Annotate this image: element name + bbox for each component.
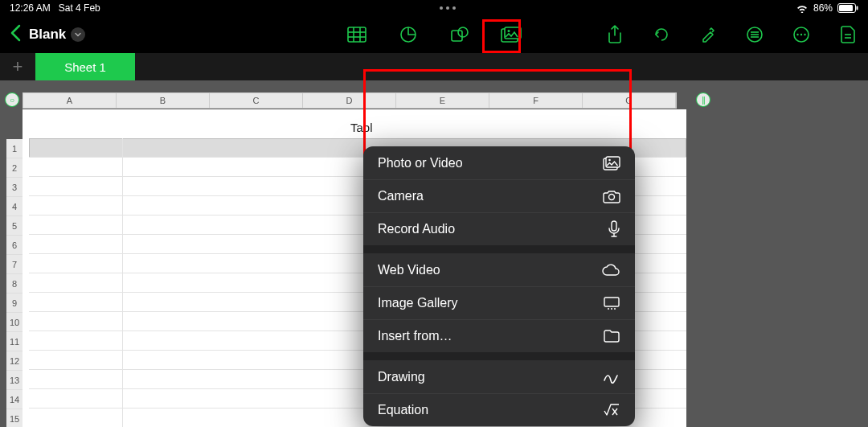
table-title[interactable]: Tabl: [29, 116, 373, 138]
add-sheet-button[interactable]: +: [0, 53, 35, 80]
insert-chart-button[interactable]: [398, 24, 419, 45]
scribble-icon: [603, 371, 620, 384]
organize-button[interactable]: [744, 24, 765, 45]
menu-equation[interactable]: Equation: [363, 393, 635, 426]
photo-icon: [603, 156, 620, 170]
row-header[interactable]: 9: [6, 294, 23, 313]
svg-point-31: [611, 308, 612, 310]
menu-record-audio[interactable]: Record Audio: [363, 212, 635, 245]
row-header[interactable]: 13: [6, 371, 23, 390]
camera-icon: [603, 189, 620, 203]
row-header[interactable]: 3: [6, 178, 23, 197]
row-header[interactable]: 2: [6, 158, 23, 178]
svg-point-20: [800, 34, 802, 35]
row-headers[interactable]: 1 2 3 4 5 6 7 8 9 10 11 12 13 14 15: [6, 139, 23, 427]
menu-label: Photo or Video: [378, 156, 463, 170]
menu-web-video[interactable]: Web Video: [363, 253, 635, 286]
back-button[interactable]: [10, 23, 21, 47]
menu-label: Web Video: [378, 263, 440, 277]
row-header[interactable]: 14: [6, 390, 23, 409]
multitask-pill[interactable]: [432, 6, 464, 10]
wifi-icon: [796, 3, 809, 13]
title-chevron-icon[interactable]: [71, 27, 85, 42]
svg-point-19: [796, 34, 798, 35]
menu-label: Insert from…: [378, 329, 452, 343]
svg-point-10: [458, 27, 468, 37]
insert-media-button[interactable]: [501, 24, 522, 45]
row-header[interactable]: 1: [6, 139, 23, 158]
row-header[interactable]: 5: [6, 216, 23, 236]
cloud-icon: [601, 264, 620, 277]
undo-button[interactable]: [651, 24, 672, 45]
col-header[interactable]: B: [117, 93, 210, 108]
svg-point-27: [609, 195, 615, 200]
status-bar: 12:26 AM Sat 4 Feb 86%: [0, 0, 868, 16]
row-header[interactable]: 8: [6, 274, 23, 294]
row-header[interactable]: 10: [6, 313, 23, 332]
sqrt-icon: [603, 403, 620, 417]
mic-icon: [608, 220, 620, 238]
share-button[interactable]: [604, 24, 625, 45]
row-header[interactable]: 4: [6, 197, 23, 216]
svg-rect-12: [505, 27, 521, 39]
svg-point-30: [608, 308, 609, 310]
menu-label: Record Audio: [378, 222, 455, 236]
battery-percent: 86%: [813, 2, 833, 14]
row-header[interactable]: 6: [6, 236, 23, 255]
menu-photo-or-video[interactable]: Photo or Video: [363, 146, 635, 179]
new-cell-button[interactable]: [837, 24, 858, 45]
row-header[interactable]: 11: [6, 332, 23, 351]
sheet-area: ○ A B C D E F G ‖ Tabl 1 2 3 4 5 6 7 8 9…: [0, 80, 868, 427]
col-header[interactable]: E: [396, 93, 489, 108]
document-title[interactable]: Blank: [29, 27, 66, 43]
menu-camera[interactable]: Camera: [363, 179, 635, 212]
svg-point-32: [614, 308, 616, 310]
svg-rect-2: [856, 6, 858, 10]
battery-icon: [837, 3, 858, 13]
menu-label: Drawing: [378, 370, 425, 384]
select-table-handle[interactable]: ○: [5, 92, 19, 107]
col-header[interactable]: A: [23, 93, 117, 108]
gallery-icon: [603, 296, 620, 310]
sheet-tab[interactable]: Sheet 1: [35, 53, 135, 80]
menu-image-gallery[interactable]: Image Gallery: [363, 286, 635, 319]
menu-drawing[interactable]: Drawing: [363, 360, 635, 393]
svg-point-13: [508, 30, 510, 32]
row-header[interactable]: 7: [6, 255, 23, 274]
col-header[interactable]: F: [489, 93, 583, 108]
format-brush-button[interactable]: [698, 24, 719, 45]
svg-point-26: [608, 158, 611, 161]
svg-rect-29: [604, 298, 619, 306]
row-header[interactable]: 12: [6, 351, 23, 371]
status-date: Sat 4 Feb: [59, 2, 100, 14]
column-headers[interactable]: A B C D E F G: [23, 92, 677, 109]
insert-media-popover: Photo or Video Camera Record Audio Web V…: [363, 146, 635, 426]
col-header[interactable]: G: [583, 93, 676, 108]
top-toolbar: Blank: [0, 16, 868, 53]
svg-rect-25: [606, 157, 620, 167]
status-time: 12:26 AM: [10, 2, 51, 14]
insert-table-button[interactable]: [346, 24, 367, 45]
svg-rect-1: [839, 5, 853, 11]
more-button[interactable]: [791, 24, 812, 45]
svg-rect-28: [612, 221, 616, 231]
menu-label: Camera: [378, 189, 424, 203]
svg-rect-3: [348, 27, 366, 42]
insert-shape-button[interactable]: [449, 24, 470, 45]
row-header[interactable]: 15: [6, 409, 23, 427]
col-header[interactable]: C: [210, 93, 303, 108]
svg-point-21: [804, 34, 805, 35]
add-column-handle[interactable]: ‖: [696, 92, 710, 107]
menu-insert-from[interactable]: Insert from…: [363, 319, 635, 352]
menu-label: Equation: [378, 403, 428, 417]
folder-icon: [603, 330, 620, 343]
sheet-tab-bar: + Sheet 1: [0, 53, 868, 80]
menu-label: Image Gallery: [378, 296, 458, 310]
col-header[interactable]: D: [303, 93, 396, 108]
